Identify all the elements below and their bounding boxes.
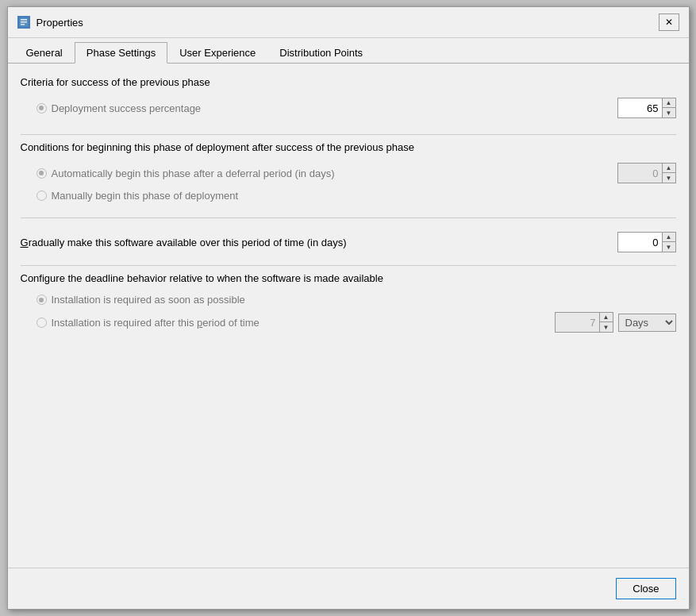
auto-begin-radio[interactable] [37,168,47,179]
title-bar-left: Properties [17,16,83,29]
deadline-title: Configure the deadline behavior relative… [21,272,676,284]
tabs-bar: General Phase Settings User Experience D… [8,38,689,64]
deployment-success-option: Deployment success percentage [37,102,202,114]
properties-dialog: Properties ✕ General Phase Settings User… [7,6,690,610]
criteria-title: Criteria for success of the previous pha… [21,76,676,88]
after-period-spinner-buttons: ▲ ▼ [599,313,613,332]
deployment-success-label: Deployment success percentage [52,102,202,114]
auto-begin-spin-down[interactable]: ▼ [663,173,675,183]
auto-begin-spinner-buttons: ▲ ▼ [662,164,675,183]
asap-radio[interactable] [37,295,47,305]
gradually-spinner-buttons: ▲ ▼ [662,233,675,252]
asap-label: Installation is required as soon as poss… [52,294,245,306]
after-period-row: Installation is required after this peri… [21,309,676,336]
after-period-radio[interactable] [37,318,47,328]
after-period-spin-down[interactable]: ▼ [600,322,613,332]
manually-begin-radio[interactable] [37,191,47,201]
gradually-spin-up[interactable]: ▲ [663,233,675,242]
title-bar: Properties ✕ [8,7,689,38]
gradually-spinner: ▲ ▼ [617,232,676,252]
auto-begin-spin-up[interactable]: ▲ [663,164,675,173]
asap-row: Installation is required as soon as poss… [21,291,676,309]
deployment-success-spinner: ▲ ▼ [617,98,676,118]
divider-1 [21,134,676,135]
tab-user-experience[interactable]: User Experience [167,42,267,64]
deployment-success-spin-up[interactable]: ▲ [663,98,675,108]
after-period-input[interactable] [556,313,599,332]
dialog-footer: Close [8,568,689,609]
properties-icon [17,16,30,29]
deployment-success-spinner-buttons: ▲ ▼ [662,98,675,117]
svg-rect-1 [21,19,27,21]
dialog-title: Properties [37,17,83,29]
deployment-success-input[interactable] [618,98,662,117]
close-button[interactable]: Close [616,578,675,599]
auto-begin-input[interactable] [618,164,662,183]
criteria-section: Criteria for success of the previous pha… [21,76,676,121]
tab-content: Criteria for success of the previous pha… [8,64,689,568]
tab-general[interactable]: General [14,42,75,64]
gradually-input[interactable] [618,233,662,252]
asap-option: Installation is required as soon as poss… [37,294,245,306]
gradually-label: Gradually make this software available o… [21,237,347,248]
divider-3 [21,265,676,266]
conditions-title: Conditions for beginning this phase of d… [21,141,676,153]
auto-begin-row: Automatically begin this phase after a d… [21,160,676,187]
gradually-row: Gradually make this software available o… [21,225,676,259]
deadline-section: Configure the deadline behavior relative… [21,272,676,336]
svg-rect-3 [21,24,25,25]
conditions-section: Conditions for beginning this phase of d… [21,141,676,205]
after-period-spin-up[interactable]: ▲ [600,313,613,322]
manually-begin-option: Manually begin this phase of deployment [37,190,239,202]
auto-begin-label: Automatically begin this phase after a d… [52,167,335,179]
window-close-button[interactable]: ✕ [659,13,679,31]
svg-rect-2 [21,21,27,23]
gradually-spin-down[interactable]: ▼ [663,242,675,252]
tab-phase-settings[interactable]: Phase Settings [75,42,167,64]
tab-distribution-points[interactable]: Distribution Points [267,42,375,64]
manually-begin-label: Manually begin this phase of deployment [52,190,239,202]
auto-begin-option: Automatically begin this phase after a d… [37,167,335,179]
manually-begin-row: Manually begin this phase of deployment [21,187,676,205]
divider-2 [21,218,676,218]
after-period-option: Installation is required after this peri… [37,317,260,329]
deployment-success-spin-down[interactable]: ▼ [663,108,675,117]
deployment-success-radio[interactable] [37,103,47,114]
deployment-success-row: Deployment success percentage ▲ ▼ [21,94,676,121]
auto-begin-spinner: ▲ ▼ [617,163,676,183]
period-unit-dropdown[interactable]: Days Weeks Months [618,314,676,332]
period-unit-select[interactable]: Days Weeks Months [619,314,675,331]
after-period-spinner: ▲ ▼ [555,312,613,333]
after-period-controls: ▲ ▼ Days Weeks Months [555,312,676,333]
after-period-label: Installation is required after this peri… [52,317,260,329]
